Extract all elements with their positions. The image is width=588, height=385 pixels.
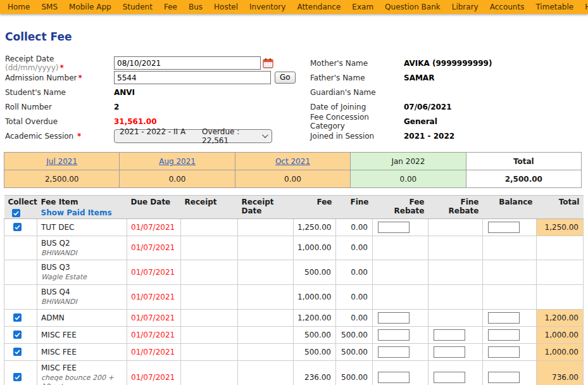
fine-rebate-input[interactable] bbox=[434, 372, 465, 383]
fine-cell: 500.00 bbox=[336, 360, 373, 385]
due-date-cell: 01/07/2021 bbox=[127, 360, 181, 385]
fee-cell: 1,250.00 bbox=[294, 218, 336, 236]
guardian-name-row: Guardian's Name bbox=[310, 85, 582, 99]
nav-item-hostel[interactable]: Hostel bbox=[208, 3, 244, 11]
calendar-icon[interactable] bbox=[263, 58, 273, 68]
fee-item-cell: BUS Q3Wagle Estate bbox=[37, 260, 127, 285]
fee-row-misc-fee-cheqe-bounce-200-18-gst: MISC FEEcheqe bounce 200 + 18 gst01/07/2… bbox=[4, 360, 584, 385]
fee-col-header-fine: Fine bbox=[336, 196, 373, 219]
nav-item-mobile-app[interactable]: Mobile App bbox=[63, 3, 117, 11]
receipt-date-cell bbox=[238, 236, 294, 260]
balance-cell bbox=[483, 236, 537, 260]
fee-rebate-cell bbox=[373, 236, 428, 260]
nav-item-inventory[interactable]: Inventory bbox=[244, 3, 291, 11]
balance-input[interactable] bbox=[488, 312, 520, 324]
fee-cell: 500.00 bbox=[294, 260, 336, 285]
mother-name-value: AVIKA (9999999999) bbox=[404, 59, 492, 68]
fee-rebate-input[interactable] bbox=[378, 222, 410, 233]
student-name-row: Student's Name ANVI bbox=[5, 85, 310, 99]
total-cell bbox=[537, 285, 584, 310]
fee-item-cell: MISC FEEcheqe bounce 200 + 18 gst bbox=[37, 360, 127, 385]
fee-item-cell: ADMN bbox=[37, 309, 127, 326]
fee-item-name: MISC FEE bbox=[41, 331, 123, 339]
receipt-cell bbox=[181, 360, 238, 385]
date-of-joining-value: 07/06/2021 bbox=[404, 103, 452, 111]
nav-item-accounts[interactable]: Accounts bbox=[484, 3, 530, 11]
fee-table-body: TUT DEC01/07/20211,250.000.001,250.00BUS… bbox=[4, 218, 584, 385]
fine-rebate-cell bbox=[428, 236, 483, 260]
fee-rebate-input[interactable] bbox=[378, 346, 410, 358]
fee-concession-value: General bbox=[404, 117, 437, 126]
fee-col-header-collect: Collect bbox=[4, 196, 37, 219]
father-name-value: SAMAR bbox=[404, 73, 434, 82]
fee-row-admn: ADMN01/07/20211,200.000.001,200.00 bbox=[4, 309, 584, 326]
nav-item-bus[interactable]: Bus bbox=[183, 3, 208, 11]
due-date-cell: 01/07/2021 bbox=[127, 218, 181, 236]
collect-cell bbox=[4, 236, 37, 260]
fine-rebate-input[interactable] bbox=[434, 329, 465, 341]
fee-rebate-input[interactable] bbox=[378, 329, 410, 341]
collect-checkbox[interactable] bbox=[13, 373, 22, 381]
fee-cell: 1,200.00 bbox=[294, 309, 336, 326]
fee-item-name: TUT DEC bbox=[41, 223, 123, 232]
go-button[interactable]: Go bbox=[275, 72, 296, 84]
fee-item-name: MISC FEE bbox=[41, 348, 123, 357]
fee-rebate-input[interactable] bbox=[378, 312, 410, 324]
collect-cell bbox=[4, 326, 37, 343]
balance-input[interactable] bbox=[488, 346, 520, 358]
collect-checkbox[interactable] bbox=[13, 313, 22, 322]
student-name-value: ANVI bbox=[114, 88, 135, 97]
guardian-name-label: Guardian's Name bbox=[310, 88, 404, 97]
fine-cell: 0.00 bbox=[336, 218, 373, 236]
nav-item-timetable[interactable]: Timetable bbox=[530, 3, 579, 11]
nav-item-exam[interactable]: Exam bbox=[346, 3, 379, 11]
joined-session-label: Joined in Session bbox=[310, 132, 404, 141]
nav-item-student[interactable]: Student bbox=[117, 3, 158, 11]
month-value-aug-2021: 0.00 bbox=[120, 170, 235, 188]
month-header-jul-2021: Jul 2021 bbox=[4, 153, 120, 170]
receipt-cell bbox=[181, 343, 238, 360]
admission-number-input[interactable] bbox=[114, 71, 271, 84]
collect-cell bbox=[4, 260, 37, 285]
balance-input[interactable] bbox=[488, 329, 520, 341]
due-date-cell: 01/07/2021 bbox=[127, 285, 181, 310]
nav-item-library[interactable]: Library bbox=[446, 3, 484, 11]
month-link-jul-2021[interactable]: Jul 2021 bbox=[46, 157, 77, 166]
nav-item-hrms[interactable]: HRMS bbox=[579, 3, 588, 11]
fee-rebate-cell bbox=[373, 218, 428, 236]
nav-item-attendance[interactable]: Attendance bbox=[291, 3, 346, 11]
total-overdue-label: Total Overdue bbox=[5, 117, 114, 126]
receipt-date-cell bbox=[238, 218, 294, 236]
academic-session-select[interactable]: 2021 - 2022 - II AOverdue : 22,561 bbox=[114, 129, 272, 143]
month-header-jan-2022: Jan 2022 bbox=[351, 153, 466, 170]
fee-rebate-input[interactable] bbox=[378, 372, 410, 383]
fine-rebate-cell bbox=[428, 260, 483, 285]
fee-rebate-cell bbox=[373, 285, 428, 310]
receipt-date-cell bbox=[238, 309, 294, 326]
collect-checkbox[interactable] bbox=[13, 348, 22, 356]
collect-checkbox[interactable] bbox=[13, 331, 22, 339]
balance-input[interactable] bbox=[488, 222, 520, 233]
nav-item-fee[interactable]: Fee bbox=[158, 3, 183, 11]
show-paid-items-link[interactable]: Show Paid Items bbox=[41, 208, 112, 217]
nav-item-home[interactable]: Home bbox=[2, 3, 35, 11]
fine-cell: 0.00 bbox=[336, 260, 373, 285]
fee-col-header-fine-rebate: Fine Rebate bbox=[428, 196, 483, 219]
fine-rebate-input[interactable] bbox=[434, 346, 465, 358]
receipt-cell bbox=[181, 326, 238, 343]
nav-item-sms[interactable]: SMS bbox=[35, 3, 63, 11]
nav-item-question-bank[interactable]: Question Bank bbox=[379, 3, 446, 11]
balance-cell bbox=[483, 309, 537, 326]
father-name-label: Father's Name bbox=[310, 73, 404, 82]
receipt-date-cell bbox=[238, 326, 294, 343]
collect-cell bbox=[4, 218, 37, 236]
receipt-date-input[interactable] bbox=[114, 56, 261, 70]
month-link-aug-2021[interactable]: Aug 2021 bbox=[159, 157, 196, 166]
balance-input[interactable] bbox=[488, 372, 520, 383]
month-link-oct-2021[interactable]: Oct 2021 bbox=[275, 157, 310, 166]
fee-col-header-receipt-date: Receipt Date bbox=[238, 196, 294, 219]
collect-checkbox[interactable] bbox=[13, 223, 22, 231]
fee-cell: 236.00 bbox=[294, 360, 336, 385]
fine-cell: 500.00 bbox=[336, 326, 373, 343]
collect-all-checkbox[interactable] bbox=[12, 209, 20, 217]
